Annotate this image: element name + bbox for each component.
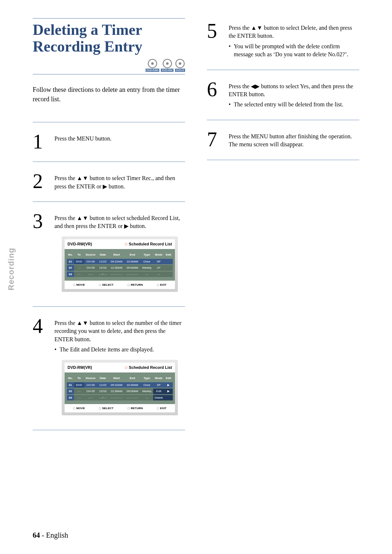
osd-cell: LP [153, 265, 164, 270]
osd-screenshot-1: DVD-RW(VR)Scheduled Record ListNo.ToSour… [62, 236, 178, 292]
title-box: Deleting a Timer Recording Entry DVD-RAM… [33, 18, 185, 74]
osd-title-left: DVD-RW(VR) [68, 241, 92, 247]
osd-footer-hint: RETURN [127, 283, 143, 287]
step-text: Press the ▲▼ button to select Delete, an… [229, 25, 352, 39]
osd-cell: CH 09 [84, 259, 97, 264]
step-6: 6 Press the ◀▶ buttons to select Yes, an… [207, 77, 359, 116]
step-5: 5 Press the ▲▼ button to select Delete, … [207, 18, 359, 66]
step-bullet: The selected entry will be deleted from … [229, 101, 359, 109]
osd-cell: Delete [153, 395, 164, 400]
osd-col-header: Mode [153, 252, 164, 257]
osd-col-header: Start [109, 252, 124, 257]
osd-cell: - - [74, 395, 84, 400]
osd-row: 02- -CH 0512/1012:30AM09:00AMWeeklyEdit▶ [67, 388, 173, 394]
step-number: 5 [207, 22, 221, 59]
divider [33, 430, 185, 430]
osd-title-right: Scheduled Record List [124, 241, 172, 247]
osd-row: 01DVDCH 0911/2209:22AM10:30AMOnceSP▶ [67, 382, 173, 388]
osd-cell: ▶ [164, 388, 173, 394]
osd-cell: Edit [153, 388, 164, 394]
page-footer: 64 - English [33, 531, 68, 539]
divider [33, 306, 185, 307]
osd-cell: - - / - - [97, 395, 109, 400]
step-number: 6 [207, 80, 221, 109]
step-text: Press the MENU button after finishing th… [229, 130, 359, 149]
step-7: 7 Press the MENU button after finishing … [207, 127, 359, 156]
osd-cell: 12/10 [97, 388, 109, 394]
osd-cell: - - [153, 272, 164, 277]
osd-cell: 11/22 [97, 259, 109, 264]
osd-col-header: Date [97, 375, 109, 381]
osd-cell: - - : - - - - [109, 272, 124, 277]
osd-cell: 02 [67, 388, 74, 394]
osd-col-header: To [74, 375, 84, 381]
osd-title-right: Scheduled Record List [124, 365, 172, 370]
osd-row: 03- -- - -- - / - -- - : - - - -- - : - … [67, 272, 173, 277]
osd-col-header: Start [109, 375, 124, 381]
step-bullet: You will be prompted with the delete con… [229, 42, 359, 59]
osd-cell: - - [140, 272, 154, 277]
osd-col-header: Type [140, 252, 154, 257]
osd-row: 02- -CH 0512/1012:30AM09:00AMWeeklyLP [67, 265, 173, 270]
osd-cell: 12/10 [97, 265, 109, 270]
osd-col-header: Source [84, 252, 97, 257]
osd-cell: ▶ [164, 382, 173, 388]
osd-footer-hint: SELECT [99, 406, 114, 410]
osd-cell: DVD [74, 382, 84, 388]
osd-col-header: End [124, 252, 140, 257]
divider [33, 162, 185, 162]
osd-footer-hint: EXIT [157, 406, 167, 410]
osd-cell: 01 [67, 259, 74, 264]
osd-cell: CH 09 [84, 382, 97, 388]
osd-cell: 09:22AM [109, 259, 124, 264]
osd-cell: - - [74, 272, 84, 277]
divider [207, 70, 359, 70]
osd-cell: - - : - - - - [124, 272, 140, 277]
osd-cell: 03 [67, 395, 74, 400]
osd-cell: 12:30AM [109, 265, 124, 270]
osd-cell: DVD [74, 259, 84, 264]
osd-col-header: End [124, 375, 140, 381]
osd-cell: - - - [84, 272, 97, 277]
osd-cell: - - : - - - - [109, 395, 124, 400]
footer-sep: - [40, 531, 46, 539]
step-text: Press the ▲▼ button to select Timer Rec.… [54, 172, 185, 191]
svg-point-5 [179, 62, 181, 65]
osd-row: 03- -- - -- - / - -- - : - - - -- - : - … [67, 395, 173, 400]
osd-cell: 02 [67, 265, 74, 270]
osd-col-header: Edit [164, 375, 173, 381]
step-1: 1 Press the MENU button. [33, 129, 185, 158]
osd-col-header: No. [67, 252, 74, 257]
osd-cell: 09:22AM [109, 382, 124, 388]
osd-cell [164, 259, 173, 264]
step-number: 7 [207, 130, 221, 149]
osd-cell: Once [140, 382, 154, 388]
osd-footer-hint: SELECT [99, 283, 114, 287]
disc-icon-dvdrw: DVD-RW [161, 58, 173, 72]
osd-screenshot-2: DVD-RW(VR)Scheduled Record ListNo.ToSour… [62, 360, 178, 415]
osd-cell: Weekly [140, 265, 154, 270]
page-number: 64 [33, 531, 40, 539]
step-4: 4 Press the ▲▼ button to select the numb… [33, 313, 185, 426]
disc-icon-dvdr: DVD-R [175, 58, 185, 72]
osd-cell: SP [153, 259, 164, 264]
osd-cell: CH 05 [84, 388, 97, 394]
osd-cell: 01 [67, 382, 74, 388]
osd-cell: 10:30AM [124, 259, 140, 264]
osd-cell [164, 395, 173, 400]
divider [33, 201, 185, 202]
right-column: 5 Press the ▲▼ button to select Delete, … [207, 18, 359, 437]
osd-cell: Once [140, 259, 154, 264]
step-3: 3 Press the ▲▼ button to select schedule… [33, 208, 185, 303]
step-number: 1 [33, 133, 47, 151]
osd-cell: 03 [67, 272, 74, 277]
osd-footer-hint: EXIT [157, 283, 167, 287]
svg-point-3 [166, 62, 168, 65]
osd-title-left: DVD-RW(VR) [68, 365, 92, 370]
osd-cell: - - [140, 395, 154, 400]
step-2: 2 Press the ▲▼ button to select Timer Re… [33, 168, 185, 198]
osd-cell: - - - [84, 395, 97, 400]
osd-cell: SP [153, 382, 164, 388]
osd-col-header: Edit [164, 252, 173, 257]
osd-cell: - - [74, 388, 84, 394]
